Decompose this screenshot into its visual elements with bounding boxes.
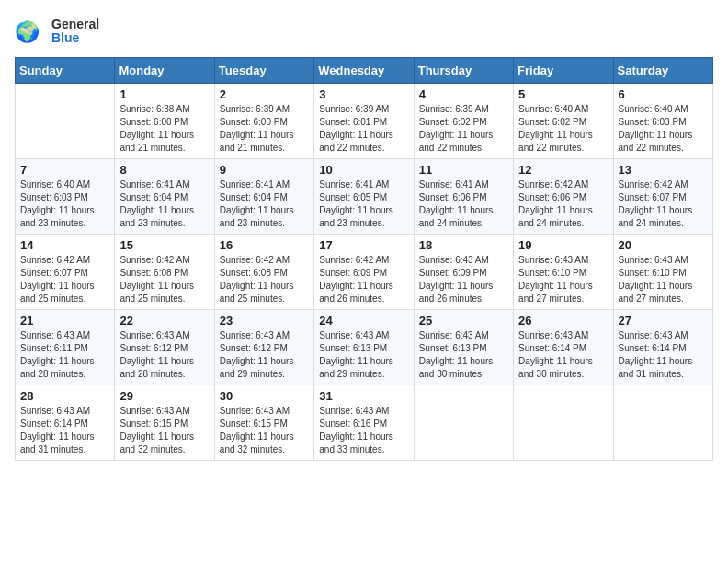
calendar-cell: 8Sunrise: 6:41 AMSunset: 6:04 PMDaylight… [115,159,214,235]
calendar-cell: 7Sunrise: 6:40 AMSunset: 6:03 PMDaylight… [16,159,115,235]
calendar-cell: 12Sunrise: 6:42 AMSunset: 6:06 PMDayligh… [514,159,613,235]
calendar-cell: 25Sunrise: 6:43 AMSunset: 6:13 PMDayligh… [414,310,513,385]
calendar-cell: 13Sunrise: 6:42 AMSunset: 6:07 PMDayligh… [613,159,712,235]
day-number: 7 [20,163,109,177]
calendar-cell: 9Sunrise: 6:41 AMSunset: 6:04 PMDaylight… [214,159,313,235]
day-number: 10 [319,163,408,177]
calendar-table: SundayMondayTuesdayWednesdayThursdayFrid… [15,57,713,461]
calendar-body: 1Sunrise: 6:38 AMSunset: 6:00 PMDaylight… [16,84,713,461]
weekday-thursday: Thursday [414,58,513,84]
calendar-cell: 27Sunrise: 6:43 AMSunset: 6:14 PMDayligh… [613,310,712,385]
day-info: Sunrise: 6:43 AMSunset: 6:14 PMDaylight:… [619,329,708,381]
svg-text:🌍: 🌍 [15,19,40,44]
weekday-friday: Friday [514,58,613,84]
calendar-cell: 3Sunrise: 6:39 AMSunset: 6:01 PMDaylight… [314,84,414,159]
day-number: 3 [319,87,408,101]
day-number: 21 [20,314,109,327]
calendar-cell: 21Sunrise: 6:43 AMSunset: 6:11 PMDayligh… [16,310,115,385]
weekday-header-row: SundayMondayTuesdayWednesdayThursdayFrid… [16,58,713,84]
day-info: Sunrise: 6:43 AMSunset: 6:14 PMDaylight:… [20,405,109,456]
calendar-cell: 22Sunrise: 6:43 AMSunset: 6:12 PMDayligh… [115,310,214,385]
day-info: Sunrise: 6:42 AMSunset: 6:08 PMDaylight:… [220,254,309,305]
logo: 🌍 General Blue [15,15,99,48]
weekday-tuesday: Tuesday [214,58,313,84]
day-number: 25 [419,314,508,327]
day-info: Sunrise: 6:43 AMSunset: 6:15 PMDaylight:… [220,405,309,456]
day-info: Sunrise: 6:43 AMSunset: 6:11 PMDaylight:… [20,329,109,381]
day-info: Sunrise: 6:42 AMSunset: 6:07 PMDaylight:… [20,254,109,305]
calendar-cell: 5Sunrise: 6:40 AMSunset: 6:02 PMDaylight… [514,84,613,159]
day-number: 27 [619,314,708,327]
day-info: Sunrise: 6:42 AMSunset: 6:09 PMDaylight:… [319,254,408,305]
day-info: Sunrise: 6:43 AMSunset: 6:12 PMDaylight:… [119,329,209,381]
calendar-cell: 23Sunrise: 6:43 AMSunset: 6:12 PMDayligh… [214,310,313,385]
day-info: Sunrise: 6:41 AMSunset: 6:04 PMDaylight:… [119,178,209,230]
day-info: Sunrise: 6:43 AMSunset: 6:15 PMDaylight:… [119,405,209,456]
calendar-cell: 31Sunrise: 6:43 AMSunset: 6:16 PMDayligh… [314,385,414,461]
day-info: Sunrise: 6:39 AMSunset: 6:02 PMDaylight:… [419,103,508,155]
week-row-1: 1Sunrise: 6:38 AMSunset: 6:00 PMDaylight… [16,84,713,159]
calendar-cell: 30Sunrise: 6:43 AMSunset: 6:15 PMDayligh… [214,385,313,461]
weekday-saturday: Saturday [613,58,712,84]
day-info: Sunrise: 6:41 AMSunset: 6:04 PMDaylight:… [220,178,309,230]
day-number: 2 [220,87,309,101]
day-number: 13 [619,163,708,177]
day-info: Sunrise: 6:43 AMSunset: 6:09 PMDaylight:… [419,254,508,305]
logo-icon: 🌍 [15,15,48,48]
calendar-cell [613,385,712,461]
day-number: 15 [119,238,209,252]
day-number: 28 [20,389,109,403]
day-number: 16 [220,238,309,252]
day-number: 29 [119,389,209,403]
day-number: 8 [119,163,209,177]
calendar-cell: 1Sunrise: 6:38 AMSunset: 6:00 PMDaylight… [115,84,214,159]
weekday-wednesday: Wednesday [314,58,414,84]
day-number: 1 [119,87,209,101]
day-info: Sunrise: 6:43 AMSunset: 6:14 PMDaylight:… [518,329,608,381]
calendar-cell [414,385,513,461]
day-info: Sunrise: 6:40 AMSunset: 6:03 PMDaylight:… [619,103,708,155]
day-number: 6 [619,87,708,101]
day-number: 4 [419,87,508,101]
week-row-4: 21Sunrise: 6:43 AMSunset: 6:11 PMDayligh… [16,310,713,385]
day-info: Sunrise: 6:40 AMSunset: 6:03 PMDaylight:… [20,178,109,230]
calendar-cell: 19Sunrise: 6:43 AMSunset: 6:10 PMDayligh… [514,235,613,310]
day-info: Sunrise: 6:41 AMSunset: 6:05 PMDaylight:… [319,178,408,230]
day-info: Sunrise: 6:43 AMSunset: 6:16 PMDaylight:… [319,405,408,456]
day-info: Sunrise: 6:42 AMSunset: 6:08 PMDaylight:… [119,254,209,305]
calendar-cell: 28Sunrise: 6:43 AMSunset: 6:14 PMDayligh… [16,385,115,461]
day-info: Sunrise: 6:42 AMSunset: 6:07 PMDaylight:… [619,178,708,230]
calendar-cell: 26Sunrise: 6:43 AMSunset: 6:14 PMDayligh… [514,310,613,385]
day-info: Sunrise: 6:43 AMSunset: 6:10 PMDaylight:… [518,254,608,305]
day-info: Sunrise: 6:39 AMSunset: 6:00 PMDaylight:… [220,103,309,155]
day-number: 14 [20,238,109,252]
week-row-5: 28Sunrise: 6:43 AMSunset: 6:14 PMDayligh… [16,385,713,461]
weekday-sunday: Sunday [16,58,115,84]
calendar-cell: 24Sunrise: 6:43 AMSunset: 6:13 PMDayligh… [314,310,414,385]
logo-text-general: General [51,17,99,31]
calendar-cell: 14Sunrise: 6:42 AMSunset: 6:07 PMDayligh… [16,235,115,310]
day-info: Sunrise: 6:43 AMSunset: 6:13 PMDaylight:… [319,329,408,381]
day-number: 31 [319,389,408,403]
calendar-cell: 10Sunrise: 6:41 AMSunset: 6:05 PMDayligh… [314,159,414,235]
calendar-cell: 16Sunrise: 6:42 AMSunset: 6:08 PMDayligh… [214,235,313,310]
day-number: 17 [319,238,408,252]
calendar-cell [514,385,613,461]
calendar-cell: 20Sunrise: 6:43 AMSunset: 6:10 PMDayligh… [613,235,712,310]
calendar-cell [16,84,115,159]
day-number: 26 [518,314,608,327]
day-info: Sunrise: 6:40 AMSunset: 6:02 PMDaylight:… [518,103,608,155]
calendar-cell: 11Sunrise: 6:41 AMSunset: 6:06 PMDayligh… [414,159,513,235]
calendar-cell: 18Sunrise: 6:43 AMSunset: 6:09 PMDayligh… [414,235,513,310]
weekday-monday: Monday [115,58,214,84]
day-number: 11 [419,163,508,177]
calendar-container: 🌍 General Blue SundayMondayTuesdayWednes… [0,0,728,476]
day-number: 24 [319,314,408,327]
week-row-3: 14Sunrise: 6:42 AMSunset: 6:07 PMDayligh… [16,235,713,310]
day-info: Sunrise: 6:43 AMSunset: 6:12 PMDaylight:… [220,329,309,381]
day-info: Sunrise: 6:41 AMSunset: 6:06 PMDaylight:… [419,178,508,230]
day-number: 20 [619,238,708,252]
day-info: Sunrise: 6:43 AMSunset: 6:10 PMDaylight:… [619,254,708,305]
calendar-cell: 2Sunrise: 6:39 AMSunset: 6:00 PMDaylight… [214,84,313,159]
calendar-cell: 15Sunrise: 6:42 AMSunset: 6:08 PMDayligh… [115,235,214,310]
